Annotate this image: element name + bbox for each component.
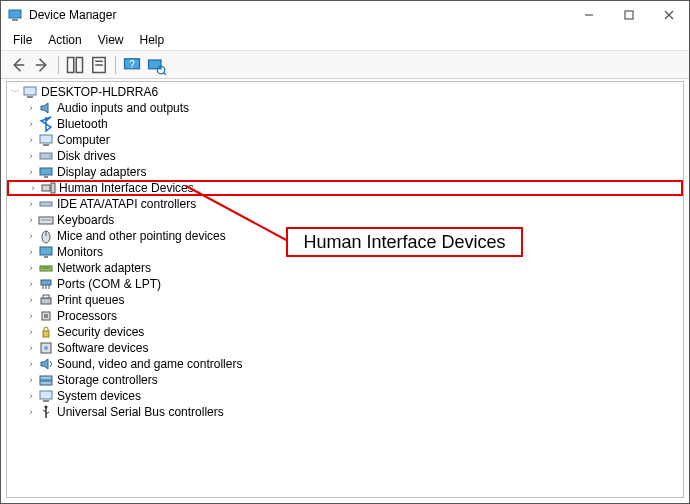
nav-back-button[interactable] [7, 54, 29, 76]
system-icon [38, 388, 54, 404]
tree-item-audio[interactable]: › Audio inputs and outputs [7, 100, 683, 116]
show-hide-tree-button[interactable] [64, 54, 86, 76]
expand-icon[interactable]: › [25, 324, 37, 340]
printer-icon [38, 292, 54, 308]
tree-item-label: Human Interface Devices [59, 180, 198, 196]
nav-forward-button[interactable] [31, 54, 53, 76]
svg-rect-28 [40, 202, 52, 206]
expand-icon[interactable]: › [25, 388, 37, 404]
svg-rect-34 [44, 256, 48, 258]
close-button[interactable] [649, 1, 689, 29]
tree-item-processors[interactable]: › Processors [7, 308, 683, 324]
tree-root[interactable]: ﹀ DESKTOP-HLDRRA6 [7, 84, 683, 100]
svg-rect-25 [44, 176, 48, 178]
svg-rect-0 [9, 10, 21, 18]
svg-rect-9 [76, 57, 82, 72]
tree-item-label: Software devices [57, 340, 152, 356]
expand-icon[interactable]: › [25, 276, 37, 292]
security-icon [38, 324, 54, 340]
menu-help[interactable]: Help [132, 31, 173, 49]
speaker-icon [38, 100, 54, 116]
maximize-button[interactable] [609, 1, 649, 29]
tree-item-label: Processors [57, 308, 121, 324]
expand-icon[interactable]: › [25, 404, 37, 420]
expand-icon[interactable]: › [25, 196, 37, 212]
expand-icon[interactable]: › [25, 212, 37, 228]
expand-icon[interactable]: › [25, 372, 37, 388]
tree-item-label: Mice and other pointing devices [57, 228, 230, 244]
device-tree[interactable]: ﹀ DESKTOP-HLDRRA6 › Audio inputs and out… [6, 81, 684, 498]
expand-icon[interactable]: › [25, 244, 37, 260]
tree-item-system[interactable]: › System devices [7, 388, 683, 404]
sound-icon [38, 356, 54, 372]
expand-icon[interactable]: › [25, 228, 37, 244]
expand-icon[interactable]: › [25, 356, 37, 372]
tree-item-security[interactable]: › Security devices [7, 324, 683, 340]
expand-icon[interactable]: › [27, 180, 39, 196]
ide-icon [38, 196, 54, 212]
tree-item-usb[interactable]: › Universal Serial Bus controllers [7, 404, 683, 420]
expand-icon[interactable]: › [25, 308, 37, 324]
tree-item-software[interactable]: › Software devices [7, 340, 683, 356]
svg-rect-44 [44, 314, 48, 318]
storage-icon [38, 372, 54, 388]
expand-icon[interactable]: › [25, 164, 37, 180]
tree-item-label: Ports (COM & LPT) [57, 276, 165, 292]
tree-item-label: Sound, video and game controllers [57, 356, 246, 372]
tree-item-ports[interactable]: › Ports (COM & LPT) [7, 276, 683, 292]
svg-rect-45 [43, 331, 49, 337]
tree-item-label: Keyboards [57, 212, 118, 228]
toolbar: ? [1, 51, 689, 79]
titlebar: Device Manager [1, 1, 689, 29]
tree-item-keyboards[interactable]: › Keyboards [7, 212, 683, 228]
window-title: Device Manager [29, 8, 569, 22]
collapse-icon[interactable]: ﹀ [9, 84, 21, 100]
tree-item-label: Audio inputs and outputs [57, 100, 193, 116]
expand-icon[interactable]: › [25, 116, 37, 132]
tree-item-computer[interactable]: › Computer [7, 132, 683, 148]
tree-item-disk-drives[interactable]: › Disk drives [7, 148, 683, 164]
svg-rect-41 [41, 298, 51, 304]
expand-icon[interactable]: › [25, 292, 37, 308]
tree-item-print-queues[interactable]: › Print queues [7, 292, 683, 308]
monitor-icon [38, 244, 54, 260]
tree-item-label: Display adapters [57, 164, 150, 180]
expand-icon[interactable]: › [25, 132, 37, 148]
svg-rect-24 [40, 168, 52, 175]
tree-item-label: Monitors [57, 244, 107, 260]
bluetooth-icon [38, 116, 54, 132]
tree-item-network[interactable]: › Network adapters [7, 260, 683, 276]
cpu-icon [38, 308, 54, 324]
menubar: File Action View Help [1, 29, 689, 51]
svg-rect-48 [40, 376, 52, 380]
menu-view[interactable]: View [90, 31, 132, 49]
tree-item-bluetooth[interactable]: › Bluetooth [7, 116, 683, 132]
tree-item-sound[interactable]: › Sound, video and game controllers [7, 356, 683, 372]
svg-rect-21 [43, 144, 49, 146]
menu-action[interactable]: Action [40, 31, 89, 49]
network-icon [38, 260, 54, 276]
tree-root-label: DESKTOP-HLDRRA6 [41, 84, 162, 100]
expand-icon[interactable]: › [25, 340, 37, 356]
scan-hardware-button[interactable] [145, 54, 167, 76]
menu-file[interactable]: File [5, 31, 40, 49]
tree-item-hid[interactable]: › Human Interface Devices [7, 180, 683, 196]
tree-item-label: System devices [57, 388, 145, 404]
tree-item-storage[interactable]: › Storage controllers [7, 372, 683, 388]
tree-item-label: Storage controllers [57, 372, 162, 388]
annotation-label: Human Interface Devices [303, 232, 505, 253]
help-button[interactable]: ? [121, 54, 143, 76]
expand-icon[interactable]: › [25, 148, 37, 164]
minimize-button[interactable] [569, 1, 609, 29]
tree-item-ide[interactable]: › IDE ATA/ATAPI controllers [7, 196, 683, 212]
software-icon [38, 340, 54, 356]
svg-rect-37 [41, 280, 51, 285]
svg-rect-1 [12, 19, 18, 21]
properties-button[interactable] [88, 54, 110, 76]
expand-icon[interactable]: › [25, 260, 37, 276]
tree-item-label: Disk drives [57, 148, 120, 164]
computer-icon [22, 84, 38, 100]
expand-icon[interactable]: › [25, 100, 37, 116]
hid-icon [40, 180, 56, 196]
tree-item-display-adapters[interactable]: › Display adapters [7, 164, 683, 180]
